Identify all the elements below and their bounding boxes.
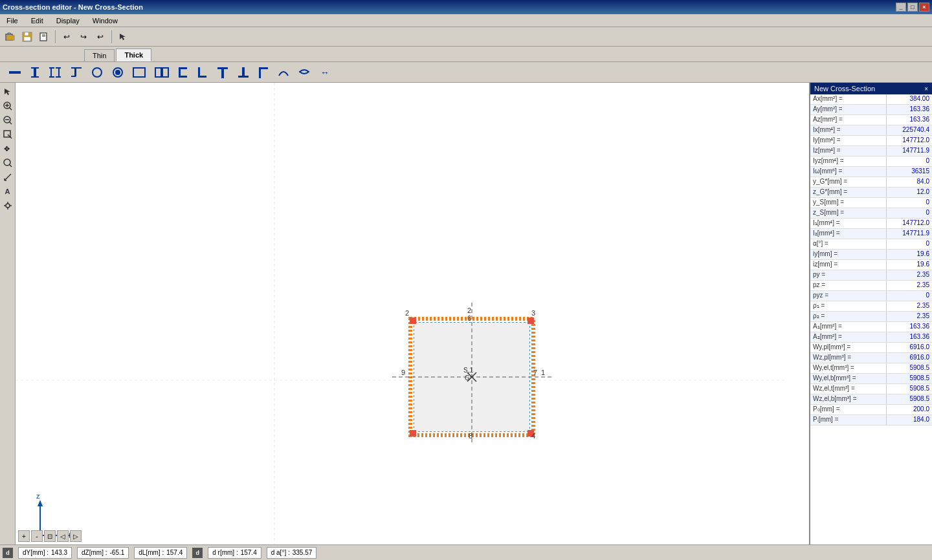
shape-solid-circle[interactable]	[109, 65, 127, 80]
dz-value: -65.1	[110, 549, 125, 556]
redo-button[interactable]: ↪	[76, 29, 91, 45]
thick-tab[interactable]: Thick	[116, 48, 151, 61]
zoom-in-tool[interactable]	[1, 100, 14, 113]
save-button[interactable]	[19, 29, 35, 45]
property-row-31: Pᵢ[mm] =184.0	[810, 415, 932, 425]
shape-corner-l[interactable]	[255, 65, 272, 80]
svg-rect-25	[155, 68, 161, 77]
svg-text:7: 7	[533, 369, 537, 376]
shape-i-section[interactable]	[27, 65, 43, 80]
dr-value: 157.4	[241, 549, 257, 556]
shape-curved[interactable]	[295, 65, 313, 80]
prop-value-2: 163.36	[887, 115, 932, 125]
open-button[interactable]	[3, 29, 18, 45]
prop-label-1: Ay[mm²] =	[810, 105, 887, 114]
dl-value: 157.4	[166, 549, 183, 556]
shape-circle[interactable]	[88, 65, 106, 80]
svg-rect-29	[181, 76, 187, 78]
measure-tool[interactable]	[1, 171, 14, 184]
close-button[interactable]: ×	[919, 3, 929, 12]
shape-move[interactable]: ↔	[316, 65, 335, 80]
prop-label-3: Ix[mm⁴] =	[810, 125, 887, 135]
svg-rect-4	[24, 37, 30, 41]
shape-double-i[interactable]	[45, 65, 65, 80]
shape-flat-bar[interactable]	[5, 65, 25, 80]
pan-tool[interactable]: ✥	[1, 142, 14, 155]
menu-display[interactable]: Display	[52, 16, 83, 26]
prop-label-25: Wz,pl[mm³] =	[810, 353, 887, 363]
svg-text:4: 4	[531, 432, 535, 440]
pan-right-btn[interactable]: ▷	[70, 530, 82, 542]
shape-double-rect[interactable]	[151, 65, 172, 80]
prop-value-20: 2.35	[887, 301, 932, 311]
prop-value-18: 2.35	[887, 281, 932, 290]
zoom-window-tool[interactable]	[1, 128, 14, 141]
prop-value-28: 5908.5	[887, 384, 932, 394]
prop-label-28: Wz,el,t[mm³] =	[810, 384, 887, 394]
da-value: 335.57	[293, 549, 313, 556]
svg-text:8: 8	[469, 432, 472, 440]
prop-label-26: Wy,el,t[mm³] =	[810, 363, 887, 373]
new-button[interactable]	[36, 29, 52, 45]
prop-label-27: Wy,el,b[mm³] =	[810, 374, 887, 383]
left-toolbar: ✥ A	[0, 83, 16, 544]
property-row-0: Ax[mm²] =384.00	[810, 94, 932, 105]
dy-label: dY[mm] :	[23, 549, 49, 556]
menu-file[interactable]: File	[3, 16, 22, 26]
zoom-fit-tool[interactable]	[1, 156, 14, 169]
menu-edit[interactable]: Edit	[27, 16, 47, 26]
shape-arc[interactable]	[274, 65, 293, 80]
svg-rect-33	[221, 69, 224, 78]
zoom-controls: + - ⊡ ◁ ▷	[18, 530, 82, 542]
svg-rect-11	[31, 76, 39, 78]
maximize-button[interactable]: □	[907, 3, 918, 12]
pan-left-btn[interactable]: ◁	[57, 530, 69, 542]
svg-rect-5	[40, 33, 47, 41]
property-row-10: y_S[mm] =0	[810, 198, 932, 208]
shape-l-section[interactable]	[194, 65, 211, 80]
status-d-badge-2: d	[195, 550, 199, 556]
shape-inverted-t[interactable]	[234, 65, 252, 80]
property-row-8: y_G*[mm] =84.0	[810, 177, 932, 188]
property-row-3: Ix[mm⁴] =225740.4	[810, 125, 932, 136]
svg-rect-30	[198, 67, 200, 78]
minimize-button[interactable]: _	[896, 3, 906, 12]
prop-value-1: 163.36	[887, 105, 932, 114]
svg-rect-31	[200, 76, 206, 78]
svg-text:G: G	[465, 374, 470, 382]
menu-window[interactable]: Window	[89, 16, 122, 26]
prop-label-9: z_G*[mm] =	[810, 188, 887, 197]
zoom-in-btn[interactable]: +	[18, 530, 30, 542]
settings-tool[interactable]	[1, 199, 14, 212]
text-tool[interactable]: A	[1, 185, 14, 198]
prop-value-23: 163.36	[887, 332, 932, 342]
shape-t-with-flange[interactable]	[67, 65, 85, 80]
zoom-out-btn[interactable]: -	[31, 530, 43, 542]
canvas-area[interactable]: 2 3 4 2 6 7 1 8 9 S,1 G z	[16, 83, 809, 544]
shape-t-section[interactable]	[214, 65, 232, 80]
status-dl: dL[mm] : 157.4	[134, 547, 187, 559]
prop-label-19: pyz =	[810, 291, 887, 301]
property-row-5: Iz[mm⁴] =147711.9	[810, 146, 932, 156]
svg-text:9: 9	[401, 369, 405, 376]
svg-rect-1	[6, 36, 14, 40]
svg-text:1: 1	[541, 369, 545, 376]
svg-rect-59	[16, 83, 809, 544]
status-dr: d r[mm] : 157.4	[208, 547, 261, 559]
shape-channel[interactable]	[175, 65, 192, 80]
shape-rectangle[interactable]	[129, 65, 149, 80]
svg-rect-66	[527, 318, 534, 324]
undo2-button[interactable]: ↩	[93, 29, 108, 45]
svg-rect-19	[74, 69, 76, 76]
select-tool[interactable]	[1, 85, 14, 98]
zoom-out-tool[interactable]	[1, 114, 14, 127]
property-row-29: Wz,el,b[mm³] =5908.5	[810, 394, 932, 405]
svg-rect-67	[410, 430, 416, 436]
zoom-fit-btn[interactable]: ⊡	[44, 530, 56, 542]
status-dy: dY[mm] : 143.3	[18, 547, 72, 559]
properties-close-btn[interactable]: ×	[924, 85, 928, 92]
undo-button[interactable]: ↩	[59, 29, 74, 45]
select-mode-button[interactable]	[115, 29, 131, 45]
prop-value-6: 0	[887, 156, 932, 166]
thin-tab[interactable]: Thin	[84, 49, 115, 61]
